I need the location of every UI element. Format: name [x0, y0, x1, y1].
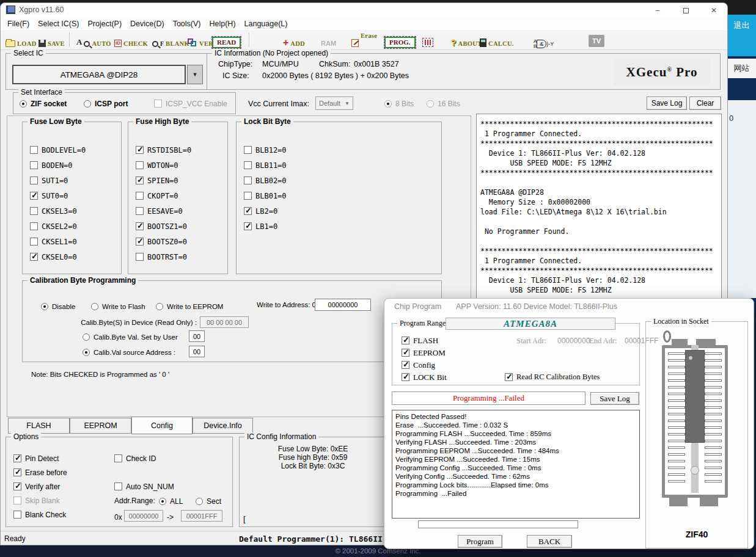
checkbox[interactable] — [244, 161, 252, 169]
checkbox[interactable] — [30, 161, 38, 169]
checkbox[interactable] — [136, 177, 144, 184]
zif-socket-radio[interactable]: ZIF socket — [20, 99, 67, 108]
auto-button[interactable]: AAUTO — [76, 32, 111, 47]
menu-device[interactable]: Device(D) — [126, 18, 169, 29]
tv-button[interactable]: TV — [589, 32, 604, 47]
erase-before-checkbox[interactable]: Erase before — [13, 468, 67, 477]
check-id-button[interactable]: IDCHECK — [114, 32, 148, 47]
fuse-high-bootrst-0[interactable]: BOOTRST=0 — [136, 252, 187, 261]
read-button[interactable]: READ — [212, 34, 241, 48]
check-id-checkbox[interactable]: Check ID — [114, 454, 156, 463]
range-eeprom-checkbox[interactable]: EEPROM — [402, 348, 446, 357]
add-button[interactable]: +ADD — [283, 32, 305, 47]
fuse-high-bootsz1-0[interactable]: BOOTSZ1=0 — [136, 222, 187, 231]
checkbox[interactable] — [136, 253, 144, 261]
blank-check-checkbox[interactable]: Blank Check — [13, 510, 66, 519]
save-log-button[interactable]: Save Log — [647, 96, 687, 110]
fuse-low-boden-0[interactable]: BODEN=0 — [30, 161, 73, 170]
calib-write-flash-radio[interactable]: Write to Flash — [91, 302, 145, 311]
pin-detect-checkbox[interactable]: Pin Detect — [13, 454, 59, 463]
icsp-port-radio[interactable]: ICSP port — [84, 99, 128, 108]
checkbox[interactable] — [136, 161, 144, 169]
fuse-low-sut1-0[interactable]: SUT1=0 — [30, 176, 68, 185]
checkbox[interactable] — [244, 192, 252, 200]
fuse-low-sut0-0[interactable]: SUT0=0 — [30, 191, 68, 200]
ic-test-button[interactable] — [422, 32, 433, 47]
load-button[interactable]: LOAD — [6, 32, 37, 47]
clear-button[interactable]: Clear — [689, 96, 721, 110]
fuse-high-eesave-0[interactable]: EESAVE=0 — [136, 206, 183, 216]
range-flash-checkbox[interactable]: FLASH — [402, 336, 438, 345]
fuse-low-cksel2-0[interactable]: CKSEL2=0 — [30, 222, 77, 231]
calib-byte-user-radio[interactable]: Calib.Byte Val. Set by User — [83, 332, 178, 341]
checkbox[interactable] — [30, 192, 38, 200]
fuse-high-bootsz0-0[interactable]: BOOTSZ0=0 — [136, 237, 187, 246]
tab-flash[interactable]: FLASH — [8, 418, 70, 434]
checkbox[interactable] — [244, 177, 252, 184]
lock-bit-blb11-0[interactable]: BLB11=0 — [244, 161, 287, 170]
fuse-high-ckopt-0[interactable]: CKOPT=0 — [136, 191, 178, 200]
calib-write-eeprom-radio[interactable]: Write to EEPROM — [156, 302, 223, 311]
checkbox[interactable] — [30, 207, 38, 215]
addr-range-sect-radio[interactable]: Sect — [196, 497, 221, 506]
calib-src-addr-radio[interactable]: Calib.Val source Address : — [83, 348, 175, 357]
menu-select-ic[interactable]: Select IC(S) — [34, 18, 83, 29]
checkbox[interactable] — [30, 222, 38, 230]
ic-dropdown-button[interactable]: ▼ — [187, 65, 203, 84]
lock-bit-lb1-0[interactable]: LB1=0 — [244, 222, 277, 231]
checkbox[interactable] — [30, 146, 38, 154]
auto-sn-num-checkbox[interactable]: Auto SN_NUM — [114, 482, 174, 491]
checkbox[interactable] — [136, 238, 144, 246]
lock-bit-blb02-0[interactable]: BLB02=0 — [244, 176, 287, 185]
fuse-high-rstdisbl-0[interactable]: RSTDISBL=0 — [136, 145, 191, 155]
checkbox[interactable] — [136, 192, 144, 200]
addr-range-all-radio[interactable]: ALL — [159, 497, 183, 506]
minimize-button[interactable]: – — [647, 3, 668, 18]
menu-project[interactable]: Project(P) — [84, 18, 127, 29]
lock-bit-blb12-0[interactable]: BLB12=0 — [244, 145, 287, 155]
fuse-low-cksel0-0[interactable]: CKSEL0=0 — [30, 252, 77, 261]
menu-language[interactable]: Language(L) — [240, 18, 292, 29]
calib-disable-radio[interactable]: Disable — [41, 302, 75, 311]
back-button[interactable]: BACK — [527, 535, 572, 548]
calculator-button[interactable]: CALCU. — [480, 32, 514, 47]
program-button[interactable]: Program — [458, 535, 502, 548]
range-lock-bit-checkbox[interactable]: LOCK Bit — [402, 373, 447, 382]
fuse-high-wdton-0[interactable]: WDTON=0 — [136, 161, 178, 170]
exit-button[interactable]: 退出 — [727, 15, 756, 56]
checkbox[interactable] — [136, 222, 144, 230]
fuse-low-bodlevel-0[interactable]: BODLEVEL=0 — [30, 145, 86, 155]
checkbox[interactable] — [30, 253, 38, 261]
tab-config[interactable]: Config — [131, 417, 193, 434]
website-button[interactable]: 网站 — [727, 59, 756, 78]
lock-bit-lb2-0[interactable]: LB2=0 — [244, 206, 277, 216]
range-config-checkbox[interactable]: Config — [402, 360, 435, 370]
selected-ic-combo[interactable]: ATMEGA8A @DIP28 — [12, 65, 186, 84]
read-rc-calibration-checkbox[interactable]: Read RC Calibration Bytes — [505, 373, 600, 382]
programming-log-box[interactable]: Pins Detected Passed! Erase ...Succeeded… — [392, 410, 640, 519]
menu-help[interactable]: Help(H) — [205, 18, 240, 29]
checkbox[interactable] — [30, 238, 38, 246]
menu-tools[interactable]: Tools(V) — [169, 18, 205, 29]
calib-src-addr-input[interactable]: 00 — [189, 346, 205, 357]
checkbox[interactable] — [136, 207, 144, 215]
checkbox[interactable] — [30, 177, 38, 184]
close-button[interactable]: ✕ — [703, 3, 724, 18]
fuse-low-cksel1-0[interactable]: CKSEL1=0 — [30, 237, 77, 246]
ram-button[interactable]: RAM — [321, 32, 336, 47]
lock-bit-blb01-0[interactable]: BLB01=0 — [244, 191, 287, 200]
write-address-input[interactable]: 00000000 — [315, 299, 371, 311]
erase-button[interactable]: Erase — [351, 32, 377, 47]
dialog-save-log-button[interactable]: Save Log — [590, 392, 639, 405]
blank-check-button[interactable]: FBLANK — [152, 32, 189, 47]
tab-device-info[interactable]: Device.Info — [193, 418, 253, 434]
about-button[interactable]: ?ABOUT — [451, 32, 482, 47]
logic-gate-button[interactable]: AB & )-Y — [534, 34, 554, 49]
tab-eeprom[interactable]: EEPROM — [70, 418, 131, 434]
save-button[interactable]: SAVE — [39, 32, 65, 47]
fuse-low-cksel3-0[interactable]: CKSEL3=0 — [30, 206, 77, 216]
menu-file[interactable]: File(F) — [3, 18, 34, 29]
checkbox[interactable] — [244, 146, 252, 154]
checkbox[interactable] — [244, 222, 252, 230]
checkbox[interactable] — [244, 207, 252, 215]
